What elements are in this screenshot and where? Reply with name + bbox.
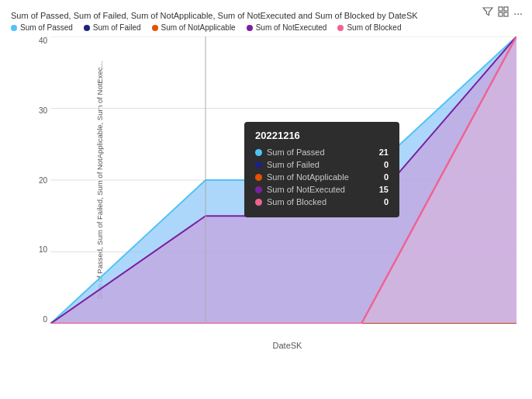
legend-label-failed: Sum of Failed (93, 23, 141, 32)
y-tick-30: 30 (39, 106, 47, 115)
y-tick-0: 0 (43, 315, 47, 324)
chart-area: 20221215 20221216 20221217 20221218 2022… (50, 36, 516, 324)
filter-icon[interactable] (482, 6, 493, 19)
chart-container: ··· Sum of Passed, Sum of Failed, Sum of… (0, 0, 532, 399)
legend-dot-failed (84, 25, 90, 31)
expand-icon[interactable] (498, 6, 509, 19)
x-axis-label: DateSK (50, 341, 524, 350)
legend-item-notapplicable: Sum of NotApplicable (152, 23, 236, 32)
legend-item-failed: Sum of Failed (84, 23, 141, 32)
legend-dot-notapplicable (152, 25, 158, 31)
legend-item-blocked: Sum of Blocked (337, 23, 401, 32)
y-tick-20: 20 (39, 176, 47, 185)
legend-dot-blocked (337, 25, 344, 31)
legend-item-passed: Sum of Passed (11, 23, 73, 32)
legend-label-passed: Sum of Passed (20, 23, 73, 32)
legend-label-blocked: Sum of Blocked (347, 23, 401, 32)
y-tick-40: 40 (39, 36, 47, 45)
svg-rect-3 (504, 12, 508, 16)
legend-item-notexecuted: Sum of NotExecuted (247, 23, 327, 32)
legend-label-notapplicable: Sum of NotApplicable (161, 23, 236, 32)
legend-dot-notexecuted (247, 25, 253, 31)
svg-rect-0 (499, 7, 503, 11)
legend-dot-passed (11, 25, 17, 31)
legend: Sum of Passed Sum of Failed Sum of NotAp… (11, 23, 524, 32)
more-icon[interactable]: ··· (513, 7, 523, 19)
svg-rect-1 (504, 7, 508, 11)
chart-title: Sum of Passed, Sum of Failed, Sum of Not… (11, 11, 524, 20)
chart-svg: 20221215 20221216 20221217 20221218 (50, 36, 516, 324)
legend-label-notexecuted: Sum of NotExecuted (256, 23, 327, 32)
toolbar: ··· (482, 6, 523, 19)
svg-rect-2 (499, 12, 503, 16)
y-tick-10: 10 (39, 245, 47, 254)
